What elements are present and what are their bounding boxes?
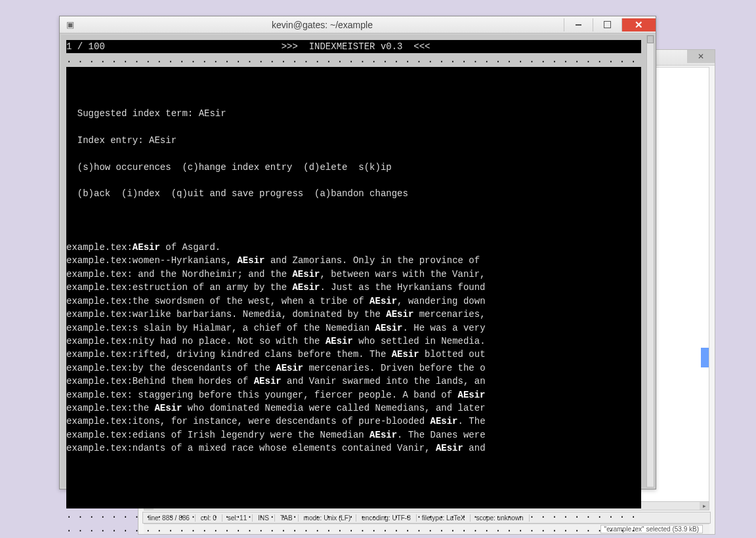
blank-line <box>66 214 641 227</box>
hit-line: example.tex:by the descendants of the AE… <box>66 362 641 375</box>
hit-line: example.tex:the swordsmen of the west, w… <box>66 295 641 308</box>
terminal-scroll-thumb[interactable] <box>647 35 654 43</box>
hit-line: example.tex:s slain by Hialmar, a chief … <box>66 321 641 335</box>
hit-line: example.tex: staggering before this youn… <box>66 388 641 402</box>
border-dots: ........................................… <box>66 522 641 535</box>
hit-line: example.tex:the AEsir who dominated Neme… <box>66 402 641 415</box>
border-dots: ........................................… <box>66 53 641 66</box>
terminal-titlebar[interactable]: ▣ kevin@gates: ~/example <box>60 16 656 33</box>
terminal-window: ▣ kevin@gates: ~/example 1 / 100 >>> IND… <box>59 16 656 489</box>
blank-line <box>66 468 641 482</box>
close-button[interactable] <box>621 18 656 31</box>
terminal-scrollbar[interactable] <box>646 35 654 487</box>
suggested-term-line: Suggested index term: AEsir <box>66 107 641 120</box>
hit-line: example.tex:Behind them hordes of AEsir … <box>66 375 641 388</box>
minimize-button[interactable] <box>564 18 593 31</box>
hit-line: example.tex:itons, for instance, were de… <box>66 415 641 428</box>
scroll-right-icon[interactable]: ▸ <box>700 502 709 510</box>
hit-line: example.tex: and the Nordheimir; and the… <box>66 268 641 281</box>
terminal-app-icon: ▣ <box>64 18 77 31</box>
terminal-header-row: 1 / 100 >>> INDEXMEISTER v0.3 <<< <box>66 40 641 53</box>
hit-line: example.tex:estruction of an army by the… <box>66 281 641 294</box>
hit-line: example.tex:AEsir of Asgard. <box>66 241 641 254</box>
actions-line-1: (s)how occurences (c)hange index entry (… <box>66 161 641 174</box>
border-dots: ........................................… <box>66 535 641 538</box>
border-dots: ........................................… <box>66 508 641 522</box>
hit-line: example.tex:warlike barbarians. Nemedia,… <box>66 308 641 321</box>
actions-line-2: (b)ack (i)ndex (q)uit and save progress … <box>66 187 641 200</box>
blank-line <box>66 80 641 93</box>
maximize-button[interactable] <box>593 18 621 31</box>
index-entry-line: Index entry: AEsir <box>66 134 641 147</box>
hit-line: example.tex:women--Hyrkanians, AEsir and… <box>66 254 641 267</box>
terminal-body[interactable]: 1 / 100 >>> INDEXMEISTER v0.3 <<< ......… <box>61 35 646 487</box>
editor-close-button[interactable]: ✕ <box>687 50 715 63</box>
hit-line: example.tex:rifted, driving kindred clan… <box>66 348 641 361</box>
hit-line: example.tex:edians of Irish legendry wer… <box>66 428 641 442</box>
hit-line: example.tex:nity had no place. Not so wi… <box>66 335 641 348</box>
terminal-title: kevin@gates: ~/example <box>81 20 564 30</box>
hit-line: example.tex:ndants of a mixed race whose… <box>66 442 641 455</box>
editor-scroll-thumb[interactable] <box>701 348 709 367</box>
